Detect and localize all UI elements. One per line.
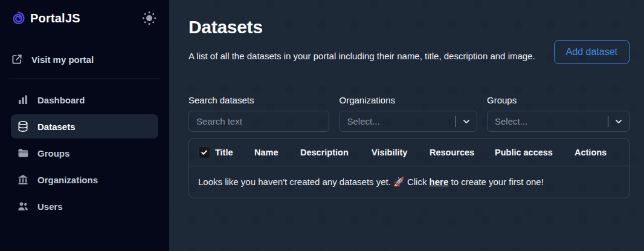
- portaljs-logo-icon: [11, 11, 25, 25]
- sidebar-divider: [8, 79, 161, 79]
- column-header-public-access[interactable]: Public access: [495, 148, 575, 157]
- sidebar-item-label: Datasets: [37, 122, 76, 132]
- add-dataset-button[interactable]: Add dataset: [554, 40, 630, 64]
- sidebar-item-dashboard[interactable]: Dashboard: [11, 88, 158, 112]
- create-first-dataset-link[interactable]: here: [430, 177, 449, 187]
- organizations-filter-label: Organizations: [340, 95, 477, 105]
- database-icon: [17, 120, 29, 132]
- main-content: Datasets A list of all the datasets in y…: [169, 0, 644, 251]
- app-title: PortalJS: [30, 11, 80, 25]
- visit-portal-label: Visit my portal: [31, 54, 94, 65]
- empty-state-text: Looks like you haven't created any datas…: [198, 177, 544, 187]
- visit-portal-link[interactable]: Visit my portal: [11, 53, 158, 65]
- users-icon: [17, 200, 29, 212]
- app-window: PortalJS V: [0, 0, 644, 251]
- sidebar-item-organizations[interactable]: Organizations: [11, 168, 158, 192]
- theme-toggle-button[interactable]: [140, 9, 158, 27]
- sidebar-item-groups[interactable]: Groups: [11, 141, 158, 165]
- groups-select-placeholder: Select...: [488, 116, 608, 126]
- table-header-checkbox-cell: [189, 146, 215, 158]
- select-divider: [608, 116, 608, 127]
- sidebar-item-label: Organizations: [37, 175, 98, 185]
- column-header-title[interactable]: Title: [215, 148, 254, 157]
- groups-filter-label: Groups: [487, 95, 630, 105]
- column-header-name[interactable]: Name: [254, 148, 300, 157]
- brand: PortalJS: [11, 7, 158, 29]
- sidebar: PortalJS V: [0, 0, 169, 251]
- check-icon: [201, 149, 208, 156]
- search-input[interactable]: [188, 111, 329, 132]
- datasets-table: Title Name Description Visibility Resour…: [188, 138, 630, 198]
- folder-icon: [17, 147, 29, 159]
- select-divider: [456, 116, 456, 127]
- sidebar-item-label: Groups: [37, 148, 69, 158]
- select-all-checkbox[interactable]: [198, 146, 210, 158]
- sidebar-item-users[interactable]: Users: [11, 194, 158, 218]
- sun-icon: [141, 10, 157, 26]
- column-header-actions[interactable]: Actions: [575, 148, 629, 157]
- bar-chart-icon: [17, 94, 29, 106]
- table-header-row: Title Name Description Visibility Resour…: [189, 139, 629, 166]
- bank-icon: [17, 174, 29, 186]
- empty-state-row: Looks like you haven't created any datas…: [189, 166, 629, 198]
- column-header-resources[interactable]: Resources: [430, 148, 495, 157]
- sidebar-item-label: Users: [37, 201, 63, 212]
- organizations-select-placeholder: Select...: [340, 116, 456, 126]
- search-filter: Search datasets: [188, 95, 329, 132]
- organizations-select[interactable]: Select...: [340, 111, 477, 132]
- groups-select[interactable]: Select...: [487, 111, 630, 132]
- column-header-description[interactable]: Description: [300, 148, 372, 157]
- organizations-filter: Organizations Select...: [340, 95, 477, 132]
- chevron-down-icon: [462, 117, 471, 126]
- groups-filter: Groups Select...: [487, 95, 630, 132]
- external-link-icon: [11, 53, 23, 65]
- sidebar-nav: Dashboard Datasets: [11, 88, 158, 218]
- column-header-visibility[interactable]: Visibility: [372, 148, 430, 157]
- chevron-down-icon: [614, 117, 623, 126]
- search-filter-label: Search datasets: [188, 95, 329, 105]
- filters-bar: Search datasets Organizations Select... …: [188, 95, 630, 132]
- sidebar-item-label: Dashboard: [37, 95, 85, 105]
- page-title: Datasets: [188, 17, 630, 37]
- sidebar-item-datasets[interactable]: Datasets: [11, 114, 158, 139]
